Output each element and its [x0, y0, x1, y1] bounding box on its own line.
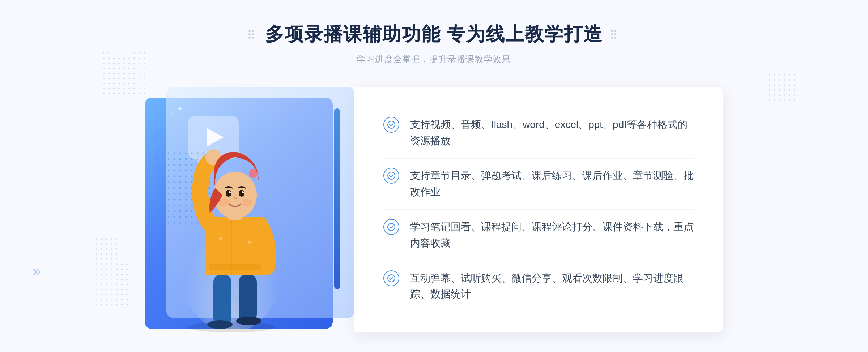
- dots-decoration-bottom: [94, 236, 130, 309]
- svg-point-15: [207, 320, 233, 329]
- feature-item-1: 支持视频、音频、flash、word、excel、ppt、pdf等各种格式的资源…: [383, 110, 694, 156]
- check-icon-2: [383, 168, 399, 184]
- svg-point-11: [614, 37, 616, 39]
- title-wrapper: 多项录播课辅助功能 专为线上教学打造: [248, 22, 620, 47]
- check-icon-1: [383, 117, 399, 133]
- divider-1: [383, 158, 694, 159]
- svg-point-4: [248, 37, 251, 39]
- svg-point-35: [388, 275, 395, 282]
- girl-illustration: [166, 130, 304, 332]
- svg-rect-13: [213, 275, 231, 325]
- accent-bar: [334, 108, 340, 289]
- divider-3: [383, 261, 694, 261]
- svg-point-28: [219, 237, 222, 240]
- svg-point-32: [388, 121, 395, 128]
- svg-rect-27: [209, 264, 261, 270]
- feature-text-4: 互动弹幕、试听购买、微信分享、观看次数限制、学习进度跟踪、数据统计: [410, 270, 694, 303]
- svg-point-22: [229, 191, 231, 193]
- chevron-double-right-icon: »: [33, 262, 41, 280]
- svg-point-16: [236, 317, 261, 325]
- svg-point-6: [611, 30, 613, 32]
- svg-point-20: [226, 190, 231, 197]
- svg-point-3: [252, 33, 254, 35]
- check-icon-3: [383, 219, 399, 235]
- features-panel: 支持视频、音频、flash、word、excel、ppt、pdf等各种格式的资源…: [354, 87, 723, 332]
- header-dots-right-icon: [610, 29, 620, 39]
- svg-rect-14: [239, 275, 257, 322]
- feature-item-4: 互动弹幕、试听购买、微信分享、观看次数限制、学习进度跟踪、数据统计: [383, 263, 694, 310]
- svg-point-2: [248, 33, 251, 35]
- svg-point-33: [388, 172, 395, 179]
- svg-point-0: [248, 30, 251, 32]
- feature-item-3: 学习笔记回看、课程提问、课程评论打分、课件资料下载，重点内容收藏: [383, 212, 694, 259]
- feature-item-2: 支持章节目录、弹题考试、课后练习、课后作业、章节测验、批改作业: [383, 160, 694, 207]
- svg-point-9: [614, 33, 616, 35]
- page-title: 多项录播课辅助功能 专为线上教学打造: [265, 22, 603, 47]
- svg-point-23: [242, 191, 244, 193]
- svg-point-1: [252, 30, 254, 32]
- dots-decoration-right: [767, 72, 796, 101]
- svg-point-29: [248, 241, 251, 244]
- feature-text-3: 学习笔记回看、课程提问、课程评论打分、课件资料下载，重点内容收藏: [410, 219, 694, 252]
- header-section: 多项录播课辅助功能 专为线上教学打造 学习进度全掌握，提升录播课教学效果: [248, 22, 620, 65]
- feature-text-2: 支持章节目录、弹题考试、课后练习、课后作业、章节测验、批改作业: [410, 168, 694, 200]
- feature-text-1: 支持视频、音频、flash、word、excel、ppt、pdf等各种格式的资源…: [410, 117, 694, 149]
- svg-point-5: [252, 37, 254, 39]
- svg-point-25: [241, 199, 252, 206]
- divider-2: [383, 209, 694, 210]
- svg-point-21: [239, 190, 244, 197]
- check-icon-4: [383, 270, 399, 286]
- header-dots-left-icon: [248, 29, 258, 39]
- svg-point-26: [249, 169, 258, 178]
- svg-point-7: [614, 30, 616, 32]
- svg-point-34: [388, 223, 395, 231]
- page-wrapper: » 多项录播课辅助功能 专为线上教学打造: [0, 0, 868, 352]
- main-content: 支持视频、音频、flash、word、excel、ppt、pdf等各种格式的资源…: [145, 87, 723, 332]
- svg-point-24: [219, 199, 230, 206]
- page-subtitle: 学习进度全掌握，提升录播课教学效果: [248, 53, 620, 65]
- svg-point-8: [611, 33, 613, 35]
- dots-decoration-left: [101, 51, 145, 94]
- illustration-panel: [145, 87, 354, 332]
- svg-point-10: [611, 37, 613, 39]
